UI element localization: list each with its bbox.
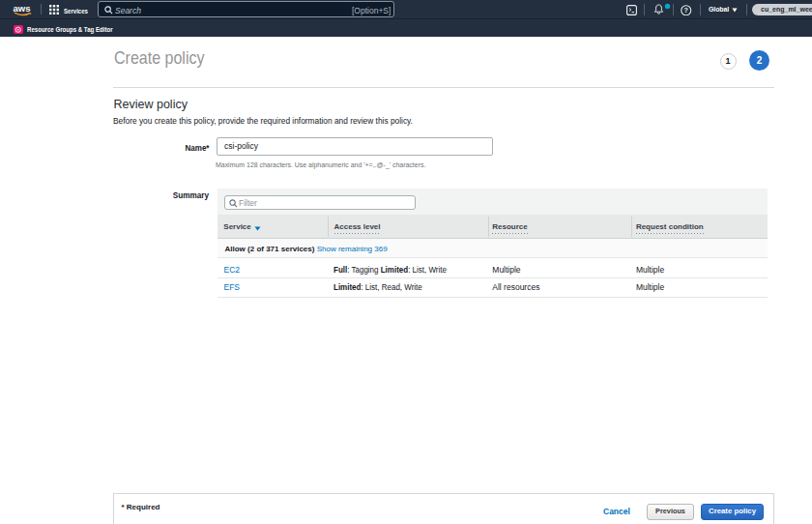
svg-text:?: ?: [684, 7, 688, 15]
svg-text:aws: aws: [14, 3, 31, 14]
